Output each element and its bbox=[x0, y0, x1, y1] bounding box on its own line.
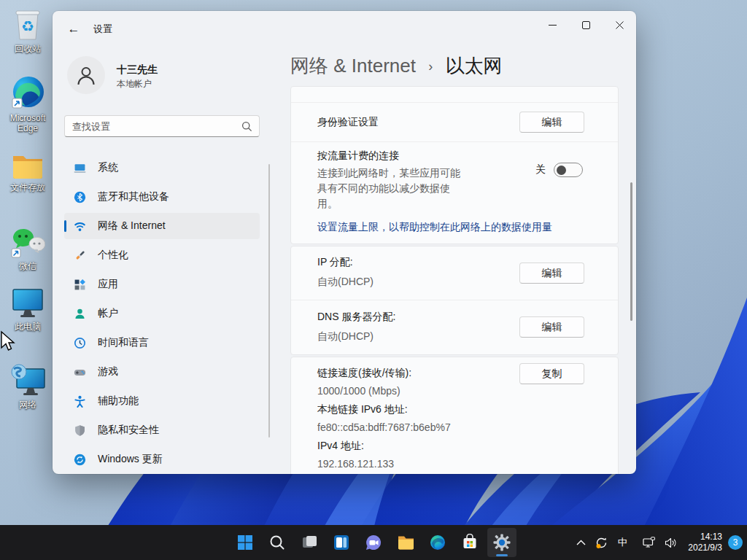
file-explorer-button[interactable] bbox=[391, 528, 420, 557]
sidebar-item-label: 游戏 bbox=[98, 365, 118, 378]
sidebar-item-label: 系统 bbox=[98, 161, 118, 174]
dns-edit-button[interactable]: 编辑 bbox=[519, 316, 584, 338]
close-button[interactable] bbox=[603, 11, 636, 39]
link-details-row: 链接速度(接收/传输): 1000/1000 (Mbps) 本地链接 IPv6 … bbox=[291, 357, 618, 473]
auth-settings-row: 身份验证设置 编辑 bbox=[291, 103, 618, 141]
sidebar-item-label: 时间和语言 bbox=[98, 336, 149, 349]
minimize-icon bbox=[549, 21, 557, 29]
network-icon bbox=[9, 363, 46, 398]
sidebar-item-label: 辅助功能 bbox=[98, 394, 139, 408]
ip-assignment-row: IP 分配: 自动(DHCP) 编辑 bbox=[291, 246, 618, 300]
window-title: 设置 bbox=[93, 23, 112, 36]
ime-indicator[interactable]: 中 bbox=[612, 528, 632, 557]
personalization-icon bbox=[74, 249, 86, 262]
avatar[interactable] bbox=[67, 56, 105, 94]
task-view-icon bbox=[301, 534, 318, 551]
sidebar-item-apps[interactable]: 应用 bbox=[64, 271, 260, 298]
taskbar-clock[interactable]: 14:13 2021/9/3 bbox=[688, 532, 722, 553]
dns-assignment-row: DNS 服务器分配: 自动(DHCP) 编辑 bbox=[291, 300, 618, 354]
sidebar-item-label: Windows 更新 bbox=[98, 453, 163, 466]
sidebar-item-privacy-security[interactable]: 隐私和安全性 bbox=[64, 417, 260, 443]
ipv6-label: 本地链接 IPv6 地址: bbox=[317, 400, 618, 419]
sidebar-item-time-language[interactable]: 时间和语言 bbox=[64, 330, 260, 356]
user-account-type: 本地帐户 bbox=[117, 78, 152, 90]
windows-logo-icon bbox=[236, 534, 254, 551]
breadcrumb-parent[interactable]: 网络 & Internet bbox=[290, 55, 416, 77]
time-language-icon bbox=[74, 337, 86, 349]
system-icon bbox=[74, 162, 86, 174]
folder-icon bbox=[11, 152, 44, 181]
svg-text:♻: ♻ bbox=[21, 18, 34, 34]
close-icon bbox=[616, 21, 624, 29]
update-pending-icon bbox=[595, 536, 608, 550]
maximize-icon bbox=[582, 21, 590, 29]
settings-taskbar-button[interactable] bbox=[487, 528, 516, 557]
data-limit-link[interactable]: 设置流量上限，以帮助控制在此网络上的数据使用量 bbox=[317, 221, 618, 234]
taskbar: 中 14:13 2021/9/3 3 bbox=[0, 525, 747, 560]
sidebar-item-bluetooth-devices[interactable]: 蓝牙和其他设备 bbox=[64, 184, 260, 210]
minimize-button[interactable] bbox=[535, 11, 569, 39]
mouse-cursor bbox=[0, 330, 16, 352]
edge-button[interactable] bbox=[423, 528, 452, 557]
microsoft-store-button[interactable] bbox=[455, 528, 484, 557]
settings-gear-icon bbox=[492, 533, 511, 552]
desktop-icon-wechat[interactable]: 微信 bbox=[3, 226, 53, 271]
copy-button[interactable]: 复制 bbox=[519, 363, 584, 384]
sidebar-item-windows-update[interactable]: Windows 更新 bbox=[64, 446, 260, 472]
chevron-up-icon bbox=[576, 540, 586, 545]
widgets-button[interactable] bbox=[327, 528, 356, 557]
sidebar-item-network-internet[interactable]: 网络 & Internet bbox=[64, 213, 260, 239]
main-scrollbar[interactable] bbox=[630, 182, 632, 321]
privacy-icon bbox=[74, 424, 86, 437]
chat-button[interactable] bbox=[359, 528, 388, 557]
desktop: ♻ 回收站 Microsoft Edge 文件存放 bbox=[0, 0, 747, 560]
sidebar-item-gaming[interactable]: 游戏 bbox=[64, 359, 260, 385]
search-box[interactable] bbox=[64, 115, 260, 137]
desktop-icon-edge[interactable]: Microsoft Edge bbox=[3, 75, 53, 133]
sidebar-item-label: 帐户 bbox=[98, 307, 118, 320]
start-button[interactable] bbox=[231, 528, 260, 557]
desktop-icon-label: 微信 bbox=[3, 261, 53, 271]
metered-connection-description: 连接到此网络时，某些应用可能具有不同的功能以减少数据使用。 bbox=[317, 166, 467, 211]
sidebar-item-label: 隐私和安全性 bbox=[98, 424, 159, 437]
sidebar-item-label: 网络 & Internet bbox=[98, 219, 166, 233]
auth-edit-button[interactable]: 编辑 bbox=[519, 112, 584, 133]
notification-badge[interactable]: 3 bbox=[728, 535, 743, 550]
taskbar-search-button[interactable] bbox=[263, 528, 292, 557]
ipv4-value: 192.168.121.133 bbox=[317, 455, 618, 473]
sidebar-scrollbar[interactable] bbox=[268, 164, 270, 438]
file-explorer-icon bbox=[397, 534, 415, 551]
desktop-icon-network[interactable]: 网络 bbox=[3, 363, 53, 410]
task-view-button[interactable] bbox=[295, 528, 324, 557]
sidebar-item-accessibility[interactable]: 辅助功能 bbox=[64, 388, 260, 414]
desktop-icon-label: Microsoft Edge bbox=[3, 113, 53, 133]
sidebar-item-personalization[interactable]: 个性化 bbox=[64, 242, 260, 268]
accounts-icon bbox=[74, 308, 86, 320]
desktop-icon-recycle-bin[interactable]: ♻ 回收站 bbox=[3, 7, 53, 54]
ipv6-value: fe80::cd5a:bdff:7687:b6eb%7 bbox=[317, 419, 618, 437]
desktop-icon-folder[interactable]: 文件存放 bbox=[3, 152, 53, 192]
search-input[interactable] bbox=[65, 116, 240, 136]
clock-date: 2021/9/3 bbox=[688, 542, 722, 553]
titlebar[interactable]: ← 设置 bbox=[53, 11, 636, 47]
back-button[interactable]: ← bbox=[63, 19, 85, 39]
settings-main: 网络 & Internet › 以太网 身份验证设置 编辑 按流量计费的连接 连… bbox=[285, 47, 636, 474]
desktop-icon-label: 回收站 bbox=[3, 44, 53, 54]
edge-icon bbox=[429, 534, 446, 551]
search-icon bbox=[241, 121, 252, 132]
maximize-button[interactable] bbox=[569, 11, 603, 39]
volume-icon bbox=[665, 537, 677, 548]
sidebar-item-accounts[interactable]: 帐户 bbox=[64, 300, 260, 327]
tray-network-button[interactable] bbox=[638, 528, 660, 557]
sidebar-item-label: 蓝牙和其他设备 bbox=[98, 190, 169, 203]
sidebar-item-system[interactable]: 系统 bbox=[64, 155, 260, 181]
desktop-icon-this-pc[interactable]: 此电脑 bbox=[3, 287, 53, 332]
settings-window: ← 设置 十三先生 本 bbox=[53, 11, 636, 474]
clock-time: 14:13 bbox=[688, 532, 722, 542]
metered-connection-toggle[interactable] bbox=[554, 163, 583, 177]
tray-volume-button[interactable] bbox=[660, 528, 681, 557]
ip-edit-button[interactable]: 编辑 bbox=[519, 262, 584, 284]
tray-update-button[interactable] bbox=[590, 528, 612, 557]
tray-chevron-button[interactable] bbox=[571, 528, 590, 557]
ipv4-label: IPv4 地址: bbox=[317, 437, 618, 455]
